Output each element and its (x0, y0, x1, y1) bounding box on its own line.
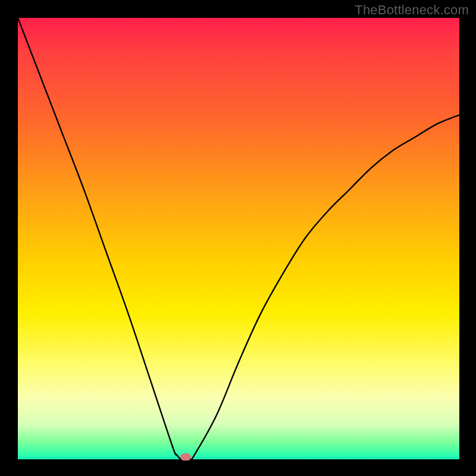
bottleneck-curve (18, 18, 459, 459)
optimal-marker (180, 453, 191, 461)
chart-plot-area (18, 18, 459, 459)
watermark-text: TheBottleneck.com (355, 2, 469, 18)
